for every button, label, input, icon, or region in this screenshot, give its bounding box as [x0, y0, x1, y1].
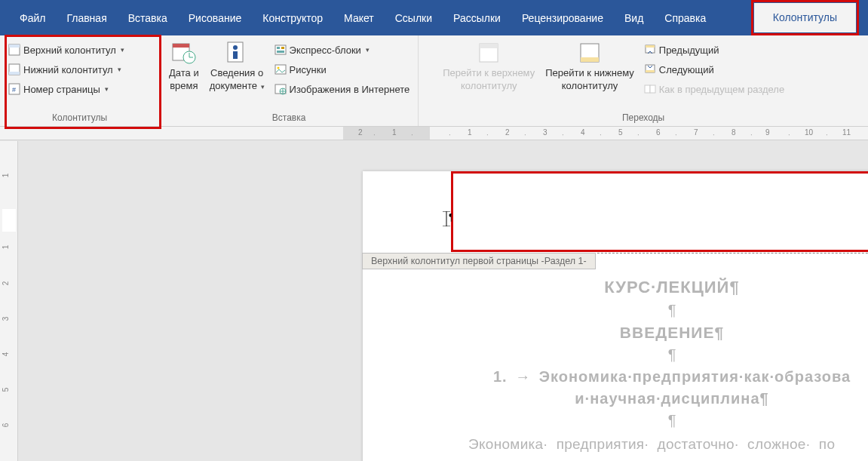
next-button[interactable]: Следующий: [640, 61, 788, 78]
next-icon: [644, 63, 656, 75]
tab-layout[interactable]: Макет: [333, 2, 385, 34]
header-button[interactable]: Верхний колонтитул ▾: [5, 41, 128, 58]
svg-rect-15: [277, 47, 280, 49]
page-number-button[interactable]: # Номер страницы ▾: [5, 81, 128, 97]
chevron-down-icon: ▾: [259, 83, 265, 91]
ruler-label: 10: [805, 128, 813, 137]
svg-rect-16: [281, 47, 284, 49]
document-body[interactable]: КУРС·ЛЕКЦИЙ¶ ¶ ВВЕДЕНИЕ¶ ¶ 1. → Экономик…: [363, 254, 868, 461]
doc-num-title2: и·научная·дисциплина¶: [438, 390, 868, 407]
svg-rect-33: [650, 85, 655, 93]
doc-pilcrow: ¶: [438, 412, 868, 429]
online-pictures-button[interactable]: Изображения в Интернете: [271, 81, 414, 97]
footer-icon: [8, 63, 20, 75]
svg-rect-32: [645, 85, 650, 93]
ruler-label: 6: [656, 128, 661, 137]
tab-headerfooter[interactable]: Колонтитулы: [754, 3, 856, 32]
tab-home[interactable]: Главная: [56, 2, 117, 34]
chevron-down-icon: ▾: [366, 46, 370, 54]
link-previous-icon: [644, 83, 656, 95]
date-time-button[interactable]: Дата и время: [164, 38, 204, 93]
svg-rect-13: [233, 51, 238, 59]
goto-header-button: Перейти к верхнему колонтитулу: [438, 38, 539, 93]
doc-pilcrow: ¶: [438, 302, 868, 319]
goto-footer-label1: Перейти к нижнему: [545, 67, 634, 78]
footer-label: Нижний колонтитул: [23, 64, 113, 75]
ruler-label: 5: [2, 388, 10, 392]
ruler-margin: [343, 127, 430, 140]
svg-rect-27: [581, 57, 599, 62]
doc-title1: КУРС·ЛЕКЦИЙ¶: [438, 278, 868, 297]
page-header-region[interactable]: ¶ Верхний колонтитул первой страницы -Ра…: [363, 171, 868, 254]
online-picture-icon: [275, 83, 287, 95]
tab-mailings[interactable]: Рассылки: [443, 2, 511, 34]
previous-button[interactable]: Предыдущий: [640, 41, 788, 58]
doc-para1: Экономика· предприятия· достаточно· слож…: [438, 434, 868, 455]
svg-rect-7: [173, 44, 189, 48]
quick-parts-label: Экспресс-блоки: [290, 45, 361, 56]
vertical-ruler[interactable]: 1 1 2 3 4 5 6: [0, 141, 18, 461]
group-hf-label: Колонтитулы: [5, 112, 155, 124]
ruler-label: 1: [468, 128, 472, 137]
date-time-icon: [171, 40, 197, 66]
highlight-header-area: [451, 171, 868, 252]
pictures-button[interactable]: Рисунки: [271, 61, 414, 78]
ruler-label: 7: [694, 128, 698, 137]
goto-footer-icon: [577, 40, 603, 66]
svg-text:#: #: [12, 86, 16, 94]
previous-icon: [644, 44, 656, 56]
svg-text:¶: ¶: [449, 211, 452, 223]
page-number-label: Номер страницы: [23, 84, 100, 95]
document-canvas[interactable]: ¶ Верхний колонтитул первой страницы -Ра…: [18, 141, 868, 461]
picture-icon: [275, 63, 287, 75]
header-icon: [8, 44, 20, 56]
ruler-label: 2: [505, 128, 510, 137]
svg-rect-17: [277, 51, 284, 53]
tab-file[interactable]: Файл: [9, 2, 56, 34]
svg-rect-1: [9, 45, 20, 48]
tab-view[interactable]: Вид: [614, 2, 654, 34]
ruler-label: 8: [732, 128, 736, 137]
group-insert: Дата и время Сведения о документе ▾ Эксп…: [160, 35, 419, 126]
tab-insert[interactable]: Вставка: [118, 2, 178, 34]
svg-rect-14: [275, 45, 286, 54]
tab-design[interactable]: Конструктор: [252, 2, 333, 34]
footer-button[interactable]: Нижний колонтитул ▾: [5, 61, 128, 78]
horizontal-ruler[interactable]: 2 · 1 · · 1 · 2 · 3 · 4 · 5 · 6 · 7 · 8 …: [0, 127, 868, 140]
highlight-active-tab: Колонтитулы: [751, 0, 859, 35]
ruler-label: 2: [2, 281, 10, 286]
link-previous-label: Как в предыдущем разделе: [659, 84, 784, 95]
tab-review[interactable]: Рецензирование: [511, 2, 614, 34]
goto-footer-button[interactable]: Перейти к нижнему колонтитулу: [541, 38, 639, 93]
ribbon: Верхний колонтитул ▾ Нижний колонтитул ▾…: [0, 35, 868, 127]
tab-help[interactable]: Справка: [654, 2, 716, 34]
group-header-footer: Верхний колонтитул ▾ Нижний колонтитул ▾…: [0, 35, 160, 126]
doc-info-icon: [224, 40, 250, 66]
online-pictures-label: Изображения в Интернете: [290, 84, 410, 95]
tab-draw[interactable]: Рисование: [178, 2, 253, 34]
group-insert-label: Вставка: [164, 112, 413, 124]
ruler-label: 3: [2, 317, 10, 321]
chevron-down-icon: ▾: [118, 66, 121, 73]
next-label: Следующий: [659, 64, 714, 75]
quick-parts-icon: [275, 44, 287, 56]
doc-num-title1: 1. → Экономика·предприятия·как·образова: [438, 368, 868, 386]
quick-parts-button[interactable]: Экспресс-блоки ▾: [271, 41, 414, 58]
ruler-label: 1: [2, 174, 10, 178]
page-number-icon: #: [8, 83, 20, 95]
ruler-label: 11: [842, 128, 851, 137]
doc-info-label1: Сведения о: [210, 67, 263, 78]
ruler-segment: [2, 209, 16, 232]
ruler-label: 3: [543, 128, 547, 137]
tab-references[interactable]: Ссылки: [385, 2, 443, 34]
svg-rect-18: [275, 65, 286, 74]
goto-header-icon: [476, 40, 501, 66]
svg-point-19: [277, 67, 279, 69]
goto-footer-label2: колонтитулу: [562, 80, 618, 91]
ribbon-tab-bar: Файл Главная Вставка Рисование Конструкт…: [0, 0, 868, 35]
group-navigation: Перейти к верхнему колонтитулу Перейти к…: [419, 35, 868, 126]
svg-rect-3: [9, 72, 20, 75]
doc-info-button[interactable]: Сведения о документе ▾: [205, 38, 269, 94]
date-time-label1: Дата и: [169, 67, 199, 78]
ruler-label: 5: [618, 128, 623, 137]
